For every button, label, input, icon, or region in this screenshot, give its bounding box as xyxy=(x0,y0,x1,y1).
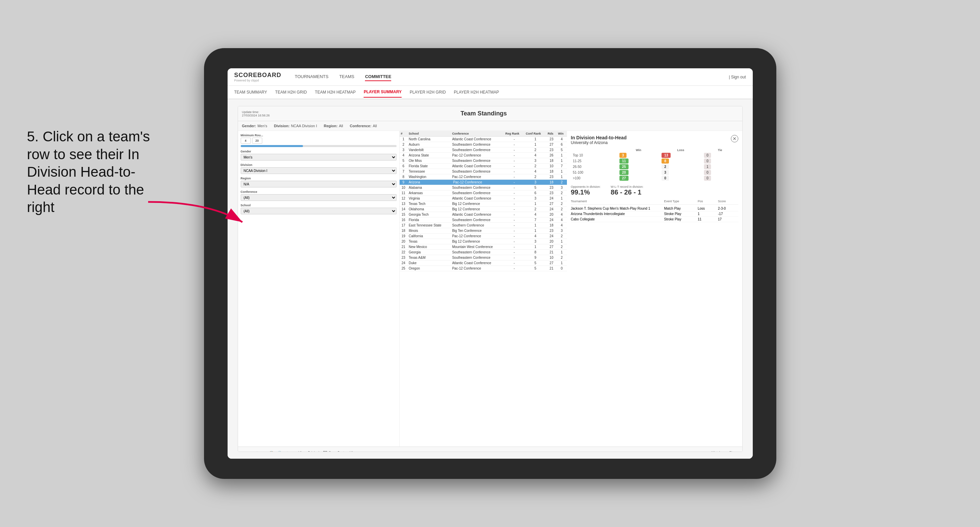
cell-reg: - xyxy=(504,260,525,266)
cell-num: 15 xyxy=(399,212,407,217)
table-row[interactable]: 6 Florida State Atlantic Coast Conferenc… xyxy=(399,163,567,169)
subnav-player-h2h-grid[interactable]: PLAYER H2H GRID xyxy=(410,87,446,97)
view-original-button[interactable]: 📷 View: Original xyxy=(293,451,320,452)
subnav-player-h2h-heatmap[interactable]: PLAYER H2H HEATMAP xyxy=(454,87,499,97)
cell-conference: Atlantic Coast Conference xyxy=(451,212,504,217)
nav-tournaments[interactable]: TOURNAMENTS xyxy=(295,73,329,81)
cell-conf: 1 xyxy=(525,244,546,250)
gender-select[interactable]: Men's xyxy=(241,154,396,160)
table-row[interactable]: 8 Washington Pac-12 Conference - 2 23 1 xyxy=(399,174,567,180)
table-row[interactable]: 12 Virginia Atlantic Coast Conference - … xyxy=(399,196,567,201)
table-row[interactable]: 15 Georgia Tech Atlantic Coast Conferenc… xyxy=(399,212,567,217)
cell-school: East Tennessee State xyxy=(407,223,451,228)
cell-reg: - xyxy=(504,174,525,180)
table-row[interactable]: 3 Vanderbilt Southeastern Conference - 2… xyxy=(399,148,567,153)
cell-conf: 4 xyxy=(525,212,546,217)
cell-conf: 2 xyxy=(525,206,546,212)
table-row[interactable]: 20 Texas Big 12 Conference - 3 20 1 xyxy=(399,239,567,244)
tablet-frame: SCOREBOARD Powered by clippd TOURNAMENTS… xyxy=(204,48,776,479)
undo-button[interactable]: ↩ xyxy=(242,451,245,452)
table-row[interactable]: 1 North Carolina Atlantic Coast Conferen… xyxy=(399,137,567,142)
table-row[interactable]: 5 Ole Miss Southeastern Conference - 3 1… xyxy=(399,158,567,163)
cell-win: 1 xyxy=(557,153,567,158)
h2h-range: 11-25 xyxy=(571,158,617,164)
table-row[interactable]: 9 Arizona Pac-12 Conference - 3 18 2 xyxy=(399,180,567,185)
table-row[interactable]: 14 Oklahoma Big 12 Conference - 2 24 2 xyxy=(399,206,567,212)
col-reg-rank: Reg Rank xyxy=(504,131,525,137)
filter-display-row: Gender: Men's Division: NCAA Division I … xyxy=(238,121,742,131)
cell-conference: Atlantic Coast Conference xyxy=(451,137,504,142)
app-logo-sub: Powered by clippd xyxy=(234,79,282,82)
division-select[interactable]: NCAA Division I xyxy=(241,167,396,174)
copy-button[interactable]: ⧉ xyxy=(263,451,265,452)
h2h-win: 3 xyxy=(617,152,660,158)
table-row[interactable]: 13 Texas Tech Big 12 Conference - 1 27 2 xyxy=(399,201,567,206)
cell-num: 6 xyxy=(399,163,407,169)
table-row[interactable]: 17 East Tennessee State Southern Confere… xyxy=(399,223,567,228)
table-row[interactable]: 18 Illinois Big Ten Conference - 1 23 3 xyxy=(399,228,567,233)
table-row[interactable]: 16 Florida Southeastern Conference - 7 2… xyxy=(399,217,567,223)
top-navigation: SCOREBOARD Powered by clippd TOURNAMENTS… xyxy=(228,68,753,86)
standings-table-container: # School Conference Reg Rank Conf Rank R… xyxy=(399,131,567,446)
cell-rds: 18 xyxy=(546,158,557,163)
h2h-col-loss: Loss xyxy=(660,148,702,152)
table-row[interactable]: 11 Arkansas Southeastern Conference - 6 … xyxy=(399,190,567,196)
subnav-player-summary[interactable]: PLAYER SUMMARY xyxy=(364,87,401,98)
table-row[interactable]: 25 Oregon Pac-12 Conference - 5 21 0 xyxy=(399,266,567,271)
subnav-team-h2h-heatmap[interactable]: TEAM H2H HEATMAP xyxy=(315,87,355,97)
h2h-close-button[interactable]: ✕ xyxy=(731,135,738,142)
cell-rds: 24 xyxy=(546,217,557,223)
nav-committee[interactable]: COMMITTEE xyxy=(365,73,391,81)
cell-num: 5 xyxy=(399,158,407,163)
subnav-team-h2h-grid[interactable]: TEAM H2H GRID xyxy=(275,87,307,97)
tournament-row: Arizona Thunderbirds Intercollegiate Str… xyxy=(571,211,738,217)
cell-num: 3 xyxy=(399,148,407,153)
table-row[interactable]: 10 Alabama Southeastern Conference - 5 2… xyxy=(399,185,567,190)
conference-select[interactable]: (All) xyxy=(241,194,396,201)
nav-teams[interactable]: TEAMS xyxy=(339,73,355,81)
watch-button[interactable]: 👁 Watch xyxy=(707,451,721,452)
sub-navigation: TEAM SUMMARY TEAM H2H GRID TEAM H2H HEAT… xyxy=(228,86,753,99)
school-filter: School (All) xyxy=(241,203,396,214)
cell-conference: Southeastern Conference xyxy=(451,169,504,174)
cell-win: 1 xyxy=(557,169,567,174)
region-select[interactable]: N/A xyxy=(241,181,396,187)
h2h-title-area: In Division Head-to-Head University of A… xyxy=(571,135,627,145)
min-rounds-input-2[interactable] xyxy=(252,138,262,144)
cell-win: 1 xyxy=(557,250,567,255)
redo-button[interactable]: ↪ xyxy=(249,451,251,452)
cell-conference: Southern Conference xyxy=(451,223,504,228)
school-select[interactable]: (All) xyxy=(241,208,396,214)
cell-conf: 3 xyxy=(525,239,546,244)
share-button[interactable]: ↗ Share xyxy=(725,451,738,452)
table-row[interactable]: 22 Georgia Southeastern Conference - 8 2… xyxy=(399,250,567,255)
cell-school: Washington xyxy=(407,174,451,180)
sign-out-button[interactable]: | Sign out xyxy=(729,75,746,79)
cell-reg: - xyxy=(504,223,525,228)
cell-win: 2 xyxy=(557,180,567,185)
panel-title: Team Standings xyxy=(461,110,507,117)
table-row[interactable]: 24 Duke Atlantic Coast Conference - 5 27… xyxy=(399,260,567,266)
cell-win: 4 xyxy=(557,223,567,228)
cell-school: Oklahoma xyxy=(407,206,451,212)
table-row[interactable]: 19 California Pac-12 Conference - 4 24 2 xyxy=(399,233,567,239)
h2h-tie: 0 xyxy=(702,152,738,158)
h2h-header: In Division Head-to-Head University of A… xyxy=(571,135,738,145)
col-conference: Conference xyxy=(451,131,504,137)
cell-reg: - xyxy=(504,148,525,153)
save-custom-button[interactable]: 💾 Save Custom View xyxy=(323,451,357,452)
table-row[interactable]: 21 New Mexico Mountain West Conference -… xyxy=(399,244,567,250)
cell-reg: - xyxy=(504,212,525,217)
paste-button[interactable]: 📋 xyxy=(269,451,274,452)
col-event-type: Event Type xyxy=(664,200,698,203)
cell-win: 0 xyxy=(557,266,567,271)
table-row[interactable]: 23 Texas A&M Southeastern Conference - 9… xyxy=(399,255,567,260)
subnav-team-summary[interactable]: TEAM SUMMARY xyxy=(234,87,267,97)
table-row[interactable]: 7 Tennessee Southeastern Conference - 4 … xyxy=(399,169,567,174)
table-row[interactable]: 4 Arizona State Pac-12 Conference - 4 26… xyxy=(399,153,567,158)
clock-button[interactable]: 🕐 xyxy=(277,451,282,452)
cell-num: 25 xyxy=(399,266,407,271)
cell-rds: 18 xyxy=(546,169,557,174)
min-rounds-input-1[interactable] xyxy=(241,138,251,144)
table-row[interactable]: 2 Auburn Southeastern Conference - 1 27 … xyxy=(399,142,567,148)
